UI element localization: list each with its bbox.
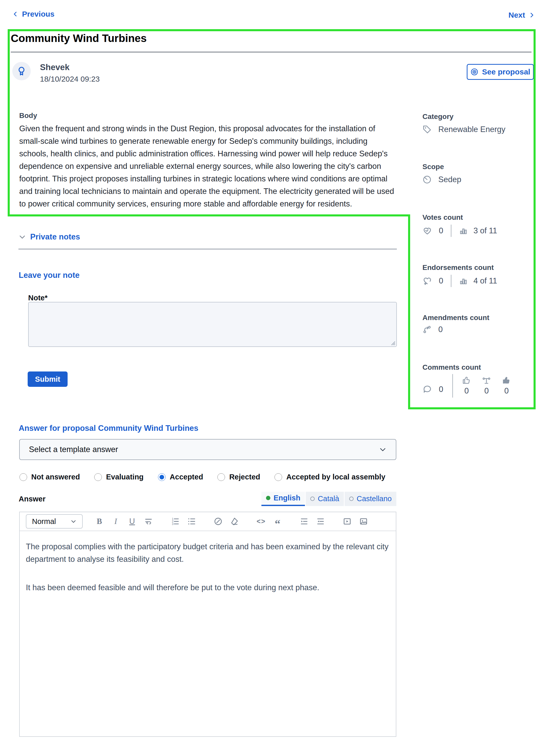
endorsements-count-label: Endorsements count (423, 264, 494, 272)
lang-tab-catala[interactable]: Català (306, 492, 344, 506)
bold-icon[interactable]: B (94, 517, 104, 526)
votes-count-label: Votes count (423, 213, 463, 222)
indent-increase-icon[interactable] (299, 517, 309, 526)
answer-paragraph: It has been deemed feasible and will the… (26, 581, 390, 594)
status-label: Accepted (170, 473, 203, 481)
comments-count: 0 (439, 385, 443, 394)
status-radio-accepted[interactable] (158, 473, 166, 481)
image-icon[interactable] (359, 517, 369, 526)
proposal-body: Given the frequent and strong winds in t… (19, 122, 395, 210)
annotation-line-mid-bottom (8, 214, 410, 216)
comments-up-count: 0 (464, 386, 469, 396)
amendments-count-row: 0 (423, 325, 443, 334)
untranslated-dot-icon (310, 497, 315, 501)
category-value-row: Renewable Energy (423, 125, 505, 134)
status-radio-rejected[interactable] (217, 473, 225, 481)
italic-icon[interactable]: I (111, 517, 121, 526)
status-radio-accepted-local-assembly[interactable] (275, 473, 282, 481)
previous-link[interactable]: Previous (12, 10, 54, 18)
link-icon[interactable] (213, 517, 223, 526)
status-radio-evaluating[interactable] (94, 473, 102, 481)
status-label: Rejected (229, 473, 260, 481)
divider (451, 275, 451, 287)
next-link[interactable]: Next (508, 11, 535, 19)
see-proposal-label: See proposal (482, 68, 530, 76)
leave-note-heading: Leave your note (19, 271, 80, 280)
status-option-not-answered[interactable]: Not answered (19, 473, 80, 481)
svg-text:3: 3 (172, 522, 173, 525)
answer-heading: Answer for proposal Community Wind Turbi… (19, 424, 198, 433)
annotation-line-left (8, 29, 10, 216)
previous-label: Previous (22, 10, 54, 18)
submit-note-button[interactable]: Submit (28, 371, 68, 387)
chevron-down-icon (379, 446, 387, 453)
paragraph-style-select[interactable]: Normal (26, 514, 83, 529)
author-name: Shevek (40, 62, 70, 72)
lang-tab-label: English (274, 494, 300, 502)
indent-decrease-icon[interactable] (316, 517, 326, 526)
editor-content[interactable]: The proposal complies with the participa… (20, 531, 396, 603)
code-icon[interactable]: <> (256, 517, 266, 526)
private-notes-toggle[interactable]: Private notes (18, 232, 80, 242)
private-notes-title: Private notes (30, 232, 80, 242)
amendments-count-label: Amendments count (423, 314, 489, 322)
avatar (12, 62, 31, 80)
category-label: Category (423, 113, 453, 121)
votes-ranking: 3 of 11 (473, 226, 497, 235)
status-option-evaluating[interactable]: Evaluating (94, 473, 144, 481)
comments-count-label: Comments count (423, 363, 481, 371)
bullet-list-icon[interactable] (187, 517, 196, 526)
comments-neutral-count: 0 (484, 386, 489, 396)
status-radio-group: Not answered Evaluating Accepted Rejecte… (19, 473, 385, 481)
note-input[interactable] (28, 302, 397, 347)
eye-icon (470, 68, 479, 76)
endorsements-ranking: 4 of 11 (473, 276, 497, 286)
votes-count-row: 0 3 of 11 (423, 225, 497, 237)
body-label: Body (19, 112, 37, 120)
status-label: Accepted by local assembly (286, 473, 385, 481)
eraser-icon[interactable] (230, 517, 239, 526)
award-icon (16, 66, 27, 76)
answer-label: Answer (19, 495, 46, 503)
scope-label: Scope (423, 163, 444, 171)
lang-tab-castellano[interactable]: Castellano (345, 492, 396, 506)
lang-tab-label: Castellano (357, 495, 392, 503)
underline-icon[interactable]: U (127, 517, 137, 526)
template-answer-select[interactable]: Select a template answer (19, 439, 396, 460)
scope-icon (423, 175, 432, 184)
thumb-up-outline-icon (462, 376, 471, 385)
untranslated-dot-icon (349, 497, 354, 501)
line-break-icon[interactable] (144, 517, 153, 526)
note-label: Note* (28, 294, 48, 302)
answer-paragraph: The proposal complies with the participa… (26, 540, 390, 565)
comments-down-col: 0 (502, 376, 511, 396)
amendments-count: 0 (438, 325, 443, 334)
rich-text-editor: Normal B I U 123 (19, 512, 396, 737)
divider (451, 225, 451, 237)
template-answer-placeholder: Select a template answer (29, 445, 118, 454)
annotation-line-right (534, 29, 536, 409)
bar-chart-icon (459, 277, 468, 285)
status-radio-not-answered[interactable] (19, 473, 27, 481)
toolbar-icons: B I U 123 <> “ (94, 517, 369, 526)
status-option-accepted-local-assembly[interactable]: Accepted by local assembly (275, 473, 385, 481)
thumb-up-filled-icon (502, 376, 511, 385)
tag-icon (423, 125, 432, 134)
status-option-accepted[interactable]: Accepted (158, 473, 203, 481)
endorsements-count: 0 (439, 276, 443, 286)
endorsements-count-row: 0 4 of 11 (423, 275, 497, 287)
divider (452, 374, 453, 398)
ordered-list-icon[interactable]: 123 (170, 517, 180, 526)
see-proposal-button[interactable]: See proposal (467, 64, 534, 80)
status-option-rejected[interactable]: Rejected (217, 473, 260, 481)
comments-neutral-col: 0 (482, 376, 491, 396)
annotation-line-top (8, 29, 536, 31)
chevron-down-icon (70, 518, 77, 524)
comments-count-row: 0 0 0 0 (423, 374, 511, 398)
translated-dot-icon (266, 496, 270, 500)
blockquote-icon[interactable]: “ (273, 517, 283, 526)
chevron-right-icon (528, 12, 535, 18)
lang-tab-english[interactable]: English (261, 492, 305, 506)
chevron-left-icon (12, 11, 19, 17)
video-embed-icon[interactable] (342, 517, 352, 526)
